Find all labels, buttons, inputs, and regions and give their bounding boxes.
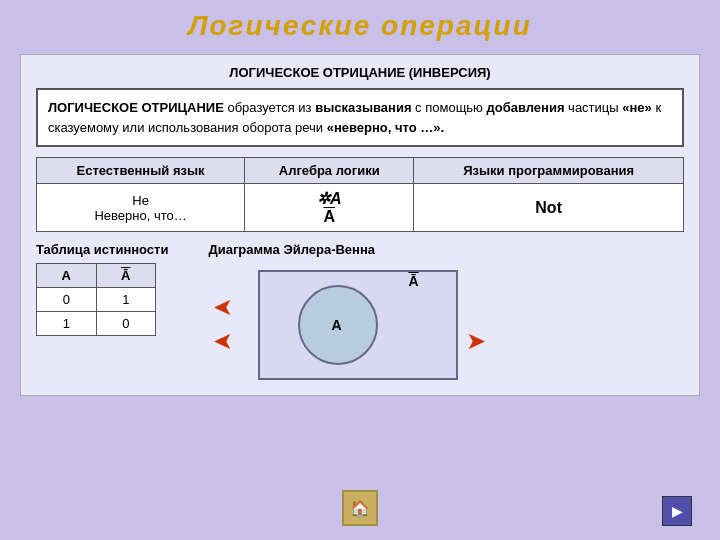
truth-table: A Ā 0 1 1 0 [36,263,156,336]
truth-header-a: A [37,264,97,288]
desc-bold-4: «не» [622,100,652,115]
logic-table-header-2: Языки программирования [414,158,684,184]
euler-label-a: A [331,317,341,333]
arrow-left-2: ➤ [213,327,233,355]
desc-bold-1: ЛОГИЧЕСКОЕ ОТРИЦАНИЕ [48,100,224,115]
desc-bold-5: «неверно, что …». [327,120,444,135]
content-area: ЛОГИЧЕСКОЕ ОТРИЦАНИЕ (ИНВЕРСИЯ) ЛОГИЧЕСК… [20,54,700,396]
truth-row-1: 1 0 [37,312,156,336]
section-title: ЛОГИЧЕСКОЕ ОТРИЦАНИЕ (ИНВЕРСИЯ) [36,65,684,80]
home-button[interactable]: 🏠 [342,490,378,526]
logic-col-natural: НеНеверно, что… [37,184,245,232]
desc-text-2: с помощью [411,100,486,115]
truth-header-not-a: Ā [96,264,156,288]
logic-table-header-1: Алгебра логики [245,158,414,184]
truth-cell-a0: 0 [37,288,97,312]
desc-text-1: образуется из [224,100,315,115]
table-row: НеНеверно, что… ✲A A Not [37,184,684,232]
logic-table-header-0: Естественный язык [37,158,245,184]
euler-diagram-title: Диаграмма Эйлера-Венна [208,242,684,257]
arrow-left-1: ➤ [213,293,233,321]
truth-cell-nota1: 0 [96,312,156,336]
desc-bold-3: добавления [486,100,564,115]
arrow-right: ➤ [466,327,486,355]
page: Логические операции ЛОГИЧЕСКОЕ ОТРИЦАНИЕ… [0,0,720,540]
desc-text-3: частицы [565,100,623,115]
truth-cell-nota0: 1 [96,288,156,312]
description-box: ЛОГИЧЕСКОЕ ОТРИЦАНИЕ образуется из выска… [36,88,684,147]
page-title: Логические операции [20,10,700,42]
lower-row: Таблица истинности A Ā 0 1 [36,242,684,385]
logic-col-programming: Not [414,184,684,232]
nav-play-button[interactable] [662,496,692,526]
desc-bold-2: высказывания [315,100,411,115]
truth-cell-a1: 1 [37,312,97,336]
truth-table-section: Таблица истинности A Ā 0 1 [36,242,168,336]
euler-label-not-a: Ā [408,273,418,289]
logic-col-algebra: ✲A A [245,184,414,232]
euler-diagram-section: Диаграмма Эйлера-Венна A Ā ➤ ➤ [188,242,684,385]
euler-diagram: A Ā ➤ ➤ ➤ [208,265,488,385]
logic-table: Естественный язык Алгебра логики Языки п… [36,157,684,232]
truth-row-0: 0 1 [37,288,156,312]
truth-table-title: Таблица истинности [36,242,168,257]
